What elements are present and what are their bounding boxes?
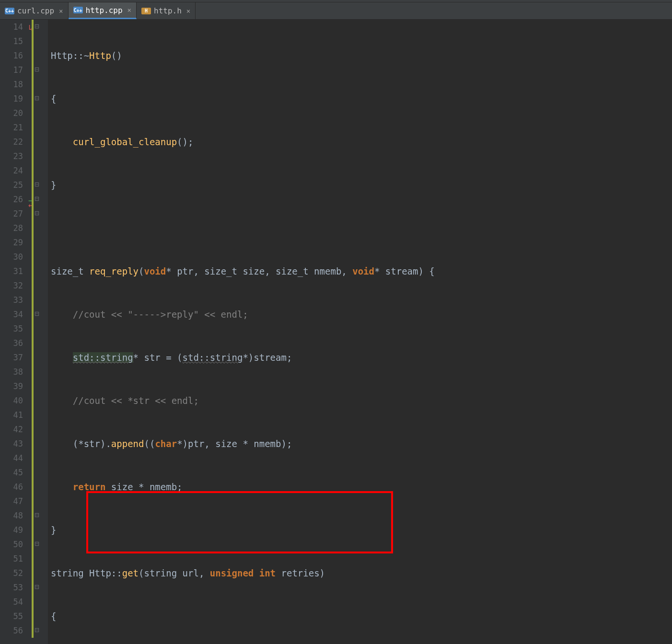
line-number: 29 [0, 235, 23, 250]
tab-label: http.h [154, 6, 182, 15]
line-number: 27 [0, 207, 23, 221]
tab-curl-cpp[interactable]: C++ curl.cpp × [0, 2, 69, 19]
line-number: 33 [0, 293, 23, 307]
line-number: 24 [0, 163, 23, 178]
line-number: 51 [0, 552, 23, 566]
line-number: 26→← [0, 192, 23, 207]
line-number: 37 [0, 350, 23, 365]
fold-toggle-icon[interactable]: ⊟ [35, 309, 39, 318]
fold-column: ⊟⊟⊟⊟⊟⊟⊟⊟⊟⊟⊟ [32, 20, 48, 644]
line-number: 44 [0, 451, 23, 465]
code-area[interactable]: Http::~Http() { curl_global_cleanup(); }… [48, 20, 672, 644]
line-number: 42 [0, 422, 23, 437]
line-number: 16 [0, 48, 23, 63]
tab-label: curl.cpp [17, 6, 54, 15]
fold-toggle-icon[interactable]: ⊟ [35, 180, 39, 189]
line-number: 20 [0, 106, 23, 120]
line-number: 36 [0, 336, 23, 350]
line-number: 55 [0, 609, 23, 623]
tab-http-cpp[interactable]: C++ http.cpp × [69, 2, 137, 19]
line-number: 23 [0, 149, 23, 163]
close-icon[interactable]: × [59, 7, 63, 15]
tab-http-h[interactable]: H http.h × [137, 2, 196, 19]
line-number: 18 [0, 77, 23, 92]
line-number: 30 [0, 250, 23, 264]
line-number: 31 [0, 264, 23, 278]
fold-toggle-icon[interactable]: ⊟ [35, 582, 39, 591]
line-number: 45 [0, 465, 23, 480]
fold-toggle-icon[interactable]: ⊟ [35, 625, 39, 634]
line-number: 38 [0, 365, 23, 379]
line-number: 34 [0, 307, 23, 322]
line-number: 15 [0, 34, 23, 48]
line-number: 40 [0, 393, 23, 408]
fold-toggle-icon[interactable]: ⊟ [35, 539, 39, 548]
h-file-icon: H [141, 8, 151, 14]
line-number: 52 [0, 566, 23, 580]
line-number: 43 [0, 437, 23, 451]
tab-label: http.cpp [86, 6, 123, 15]
cpp-file-icon: C++ [73, 7, 83, 13]
highlight-box [86, 491, 393, 553]
line-number: 49 [0, 523, 23, 537]
line-number: 53 [0, 580, 23, 595]
line-number: 47 [0, 494, 23, 508]
line-number-gutter: 14↳151617181920212223242526→←27282930313… [0, 20, 32, 644]
code-editor[interactable]: 14↳151617181920212223242526→←27282930313… [0, 20, 672, 644]
fold-toggle-icon[interactable]: ⊟ [35, 208, 39, 218]
line-number: 35 [0, 322, 23, 336]
line-number: 46 [0, 480, 23, 494]
fold-toggle-icon[interactable]: ⊟ [35, 22, 39, 31]
line-number: 19 [0, 92, 23, 106]
line-number: 17 [0, 63, 23, 77]
line-number: 54 [0, 595, 23, 609]
fold-toggle-icon[interactable]: ⊟ [35, 194, 39, 203]
line-number: 41 [0, 408, 23, 422]
cpp-file-icon: C++ [5, 8, 14, 14]
fold-toggle-icon[interactable]: ⊟ [35, 65, 39, 74]
fold-toggle-icon[interactable]: ⊟ [35, 510, 39, 519]
line-number: 21 [0, 120, 23, 135]
close-icon[interactable]: × [127, 6, 131, 14]
close-icon[interactable]: × [186, 7, 190, 15]
line-number: 56 [0, 623, 23, 638]
line-number: 28 [0, 221, 23, 235]
fold-toggle-icon[interactable]: ⊟ [35, 93, 39, 103]
line-number: 39 [0, 379, 23, 393]
editor-tabs: C++ curl.cpp × C++ http.cpp × H http.h × [0, 2, 672, 20]
line-number: 50 [0, 537, 23, 552]
line-number: 32 [0, 278, 23, 293]
line-number: 25 [0, 178, 23, 192]
line-number: 48 [0, 508, 23, 523]
line-number: 22 [0, 135, 23, 149]
line-number: 14↳ [0, 20, 23, 34]
